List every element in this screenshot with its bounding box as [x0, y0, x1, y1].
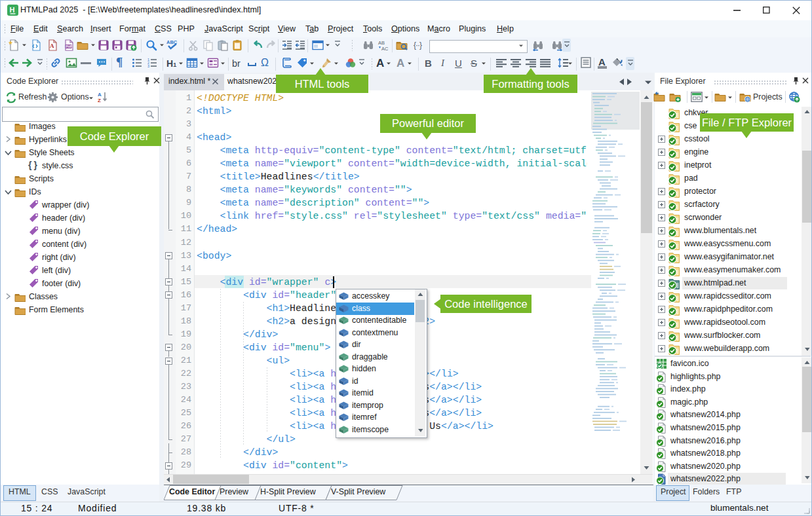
- svg-text:PHP: PHP: [66, 45, 73, 48]
- svg-text:AC: AC: [381, 46, 389, 52]
- svg-text:H: H: [10, 6, 15, 14]
- svg-text:3: 3: [147, 64, 149, 68]
- svg-text:A: A: [50, 43, 54, 49]
- svg-text:Z: Z: [98, 98, 101, 103]
- svg-text:A: A: [98, 92, 102, 98]
